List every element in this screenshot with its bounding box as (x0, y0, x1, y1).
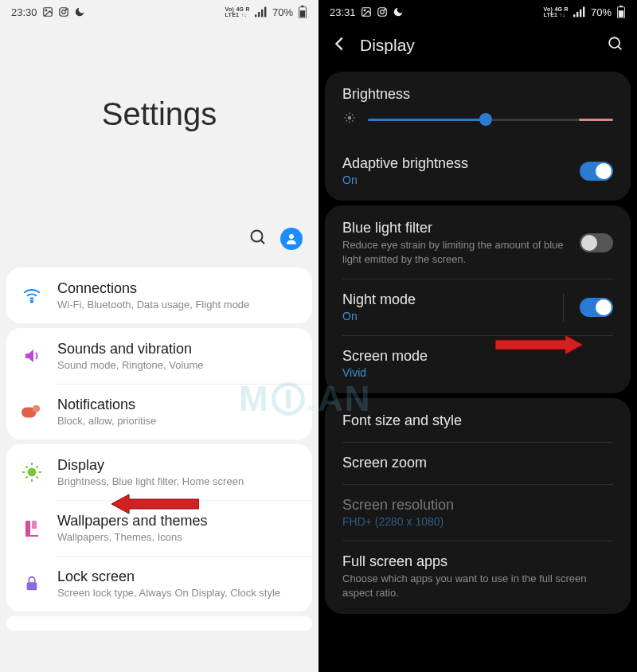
svg-point-36 (384, 9, 385, 10)
item-title: Screen zoom (342, 455, 613, 471)
svg-point-44 (609, 37, 619, 48)
blue-light-filter-item[interactable]: Blue light filter Reduce eye strain by l… (325, 207, 631, 279)
profile-icon[interactable] (280, 228, 303, 250)
status-time: 23:31 (330, 6, 356, 18)
moon-icon (393, 6, 404, 18)
settings-card: Connections Wi-Fi, Bluetooth, Data usage… (6, 268, 312, 323)
item-status: FHD+ (2280 x 1080) (342, 515, 613, 528)
item-subtitle: Wallpapers, Themes, Icons (57, 531, 298, 543)
svg-line-51 (346, 115, 348, 116)
display-card-brightness: Brightness Adaptive brightness On (325, 72, 631, 201)
item-title: Screen resolution (342, 497, 613, 514)
full-screen-apps-item[interactable]: Full screen apps Choose which apps you w… (325, 541, 631, 612)
svg-line-45 (618, 46, 621, 49)
screen-zoom-item[interactable]: Screen zoom (325, 442, 631, 484)
svg-rect-30 (27, 582, 37, 590)
settings-card-partial (6, 616, 312, 631)
adaptive-brightness-item[interactable]: Adaptive brightness On (325, 143, 631, 199)
item-title: Connections (57, 280, 298, 297)
search-icon[interactable] (248, 228, 268, 250)
settings-item-wallpapers[interactable]: Wallpapers and themes Wallpapers, Themes… (6, 500, 312, 556)
svg-line-54 (352, 115, 354, 116)
svg-rect-43 (619, 10, 623, 17)
display-header: Display (318, 24, 637, 67)
svg-line-52 (352, 120, 354, 122)
settings-item-notifications[interactable]: Notifications Block, allow, prioritise (6, 384, 312, 440)
svg-rect-5 (255, 14, 256, 17)
svg-point-15 (31, 301, 33, 303)
blue-light-filter-toggle[interactable] (580, 233, 613, 252)
item-subtitle: Brightness, Blue light filter, Home scre… (57, 475, 298, 487)
instagram-icon (377, 6, 388, 18)
font-size-item[interactable]: Font size and style (325, 400, 631, 442)
item-description: Choose which apps you want to use in the… (342, 572, 613, 600)
network-label: Vo) 4G RLTE1 ↑↓ (544, 6, 569, 18)
svg-rect-6 (258, 12, 260, 17)
svg-point-18 (28, 468, 37, 477)
settings-item-connections[interactable]: Connections Wi-Fi, Bluetooth, Data usage… (6, 268, 312, 323)
screen-mode-item[interactable]: Screen mode Vivid (325, 335, 631, 392)
svg-line-26 (36, 466, 37, 467)
item-title: Display (57, 457, 298, 474)
slider-thumb[interactable] (479, 113, 492, 126)
svg-rect-28 (32, 521, 37, 529)
settings-card: Display Brightness, Blue light filter, H… (6, 444, 312, 611)
svg-line-24 (36, 476, 37, 478)
svg-line-13 (261, 240, 265, 244)
battery-percent: 70% (272, 6, 293, 18)
item-title: Sounds and vibration (57, 341, 298, 357)
battery-icon (298, 6, 307, 18)
item-title: Full screen apps (342, 553, 613, 570)
signal-icon (573, 6, 586, 18)
item-status: Vivid (342, 366, 613, 379)
svg-point-12 (252, 231, 263, 242)
settings-item-display[interactable]: Display Brightness, Blue light filter, H… (6, 444, 312, 500)
instagram-icon (58, 6, 69, 18)
page-title: Settings (0, 96, 318, 132)
svg-point-17 (33, 405, 40, 412)
brightness-label: Brightness (342, 86, 613, 103)
item-title: Notifications (57, 397, 298, 413)
brightness-slider[interactable] (368, 111, 613, 127)
display-screen: 23:31 Vo) 4G RLTE1 ↑↓ 70% Display Bright… (318, 0, 637, 672)
image-icon (42, 6, 53, 18)
svg-rect-37 (573, 14, 575, 17)
signal-icon (255, 6, 268, 18)
night-mode-item[interactable]: Night mode On (325, 279, 631, 335)
item-title: Screen mode (342, 348, 613, 365)
page-title: Display (360, 36, 596, 55)
item-status: On (342, 310, 552, 322)
adaptive-brightness-toggle[interactable] (580, 162, 613, 181)
themes-icon (21, 517, 43, 539)
svg-rect-40 (583, 7, 584, 18)
item-title: Adaptive brightness (342, 155, 569, 172)
search-icon[interactable] (607, 35, 624, 56)
settings-item-sounds[interactable]: Sounds and vibration Sound mode, Rington… (6, 328, 312, 384)
svg-point-14 (289, 234, 294, 239)
night-mode-toggle[interactable] (580, 298, 613, 317)
image-icon (361, 6, 372, 18)
settings-card: Sounds and vibration Sound mode, Rington… (6, 328, 312, 440)
item-subtitle: Block, allow, prioritise (57, 415, 298, 427)
network-label: Vo) 4G RLTE1 ↑↓ (225, 6, 250, 18)
item-title: Font size and style (342, 412, 613, 429)
svg-point-35 (380, 10, 384, 14)
item-title: Blue light filter (342, 220, 569, 236)
item-subtitle: Sound mode, Ringtone, Volume (57, 359, 298, 371)
svg-point-1 (45, 10, 47, 11)
item-status: On (342, 174, 569, 186)
sound-icon (21, 345, 43, 367)
svg-point-4 (65, 9, 66, 10)
svg-point-3 (61, 10, 65, 14)
notifications-icon (21, 400, 43, 423)
screen-resolution-item[interactable]: Screen resolution FHD+ (2280 x 1080) (325, 484, 631, 541)
display-card-modes: Blue light filter Reduce eye strain by l… (325, 205, 631, 393)
battery-icon (616, 6, 626, 18)
svg-rect-38 (576, 12, 578, 17)
settings-item-lockscreen[interactable]: Lock screen Screen lock type, Always On … (6, 556, 312, 611)
display-card-screen: Font size and style Screen zoom Screen r… (325, 398, 631, 614)
svg-line-23 (25, 466, 27, 467)
back-button[interactable] (331, 35, 349, 56)
brightness-slider-row (325, 107, 631, 143)
lock-icon (21, 572, 43, 595)
